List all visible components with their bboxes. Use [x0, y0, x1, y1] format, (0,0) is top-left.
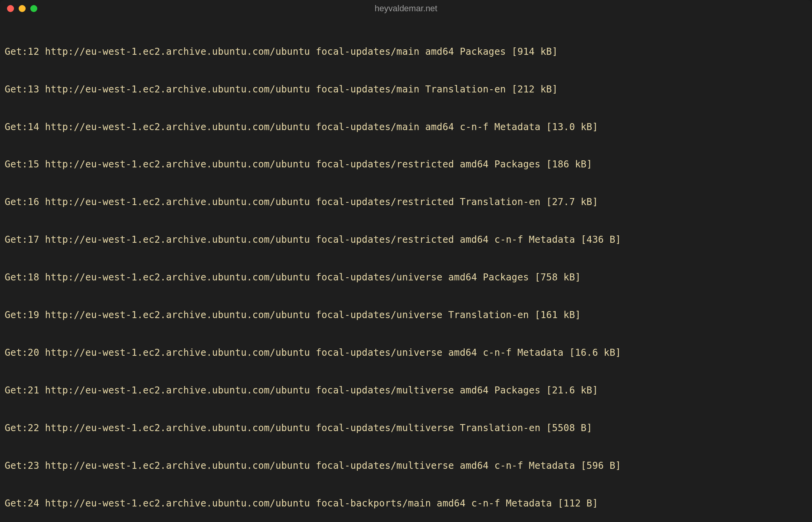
output-line: Get:18 http://eu-west-1.ec2.archive.ubun…	[5, 271, 807, 284]
output-line: Get:23 http://eu-west-1.ec2.archive.ubun…	[5, 459, 807, 472]
title-bar: heyvaldemar.net	[0, 0, 812, 17]
output-line: Get:14 http://eu-west-1.ec2.archive.ubun…	[5, 121, 807, 133]
output-line: Get:13 http://eu-west-1.ec2.archive.ubun…	[5, 83, 807, 96]
output-line: Get:21 http://eu-west-1.ec2.archive.ubun…	[5, 384, 807, 397]
output-line: Get:20 http://eu-west-1.ec2.archive.ubun…	[5, 346, 807, 359]
terminal-window: heyvaldemar.net Get:12 http://eu-west-1.…	[0, 0, 812, 522]
output-line: Get:12 http://eu-west-1.ec2.archive.ubun…	[5, 45, 807, 58]
maximize-icon[interactable]	[30, 5, 37, 12]
output-line: Get:19 http://eu-west-1.ec2.archive.ubun…	[5, 309, 807, 321]
terminal-body[interactable]: Get:12 http://eu-west-1.ec2.archive.ubun…	[0, 17, 812, 522]
output-line: Get:17 http://eu-west-1.ec2.archive.ubun…	[5, 233, 807, 246]
minimize-icon[interactable]	[19, 5, 26, 12]
output-line: Get:16 http://eu-west-1.ec2.archive.ubun…	[5, 196, 807, 208]
window-title: heyvaldemar.net	[375, 3, 437, 14]
close-icon[interactable]	[7, 5, 14, 12]
output-line: Get:24 http://eu-west-1.ec2.archive.ubun…	[5, 497, 807, 510]
traffic-lights	[7, 5, 37, 12]
output-line: Get:15 http://eu-west-1.ec2.archive.ubun…	[5, 158, 807, 171]
output-line: Get:22 http://eu-west-1.ec2.archive.ubun…	[5, 422, 807, 434]
